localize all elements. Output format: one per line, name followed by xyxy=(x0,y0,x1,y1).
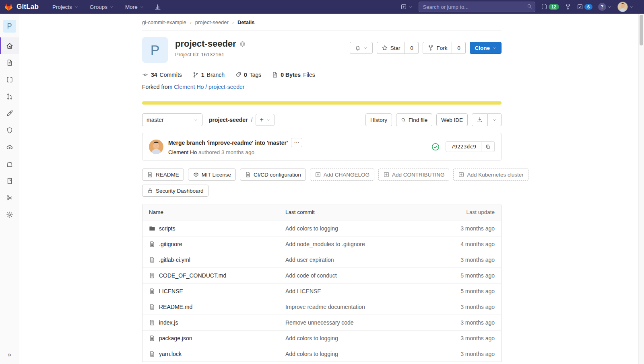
file-name: index.js xyxy=(159,319,178,326)
gitlab-logo[interactable]: GitLab xyxy=(4,2,39,12)
file-icon xyxy=(149,335,155,341)
file-name: yarn.lock xyxy=(159,351,182,357)
commit-message-link[interactable]: Add colors to logging xyxy=(285,225,422,232)
chevron-down-icon xyxy=(109,5,114,9)
file-tree-table: Name Last commit Last update scripts Add… xyxy=(142,204,502,362)
search-icon xyxy=(401,117,406,123)
page-scrollbar xyxy=(638,14,644,364)
todos-count-badge: 6 xyxy=(584,4,592,10)
scrollbar-thumb[interactable] xyxy=(640,15,643,45)
add-contributing-button[interactable]: Add CONTRIBUTING xyxy=(378,169,450,181)
download-options-button[interactable] xyxy=(488,113,502,126)
path-root-link[interactable]: project-seeder xyxy=(209,117,248,123)
file-icon xyxy=(149,257,155,263)
notification-settings-button[interactable] xyxy=(350,42,373,54)
tag-icon xyxy=(235,72,242,78)
commit-message-link[interactable]: Add user expiration xyxy=(285,257,422,263)
add-changelog-button[interactable]: Add CHANGELOG xyxy=(310,169,374,181)
todos-indicator[interactable]: 6 xyxy=(577,4,592,10)
stat-files[interactable]: 0 Bytes Files xyxy=(272,72,315,78)
analytics-chart-icon[interactable] xyxy=(151,4,165,10)
sidebar-item-wiki[interactable] xyxy=(0,173,19,189)
add-kubernetes-cluster-button[interactable]: Add Kubernetes cluster xyxy=(453,169,528,181)
download-button[interactable] xyxy=(472,113,488,126)
license-button[interactable]: MIT License xyxy=(188,169,236,181)
home-icon xyxy=(6,42,13,49)
global-search xyxy=(419,2,535,12)
commit-ellipsis-button[interactable]: ⋯ xyxy=(291,138,302,147)
commit-message-link[interactable]: Remove unnecessary code xyxy=(285,319,422,326)
history-button[interactable]: History xyxy=(365,113,392,126)
clone-button[interactable]: Clone xyxy=(470,42,502,54)
issues-indicator[interactable]: 12 xyxy=(541,4,559,10)
file-icon xyxy=(149,272,155,279)
fork-button[interactable]: Fork xyxy=(423,42,452,54)
nav-menu-projects[interactable]: Projects xyxy=(47,0,83,14)
nav-menu-groups[interactable]: Groups xyxy=(85,0,119,14)
forked-from-link[interactable]: Clement Ho / project-seeder xyxy=(174,84,244,90)
add-file-dropdown[interactable]: + xyxy=(256,114,274,126)
stat-commits[interactable]: 34 Commits xyxy=(142,72,182,78)
sidebar-item-project-overview[interactable] xyxy=(0,37,19,54)
gitlab-tanuki-icon xyxy=(4,2,13,12)
readme-button[interactable]: README xyxy=(142,169,184,181)
breadcrumb-group[interactable]: gl-commit-example xyxy=(142,19,186,25)
file-icon xyxy=(149,351,155,357)
sidebar-item-operations[interactable] xyxy=(0,139,19,156)
project-shortcut-buttons: README MIT License CI/CD configuration A… xyxy=(142,169,502,197)
sidebar-item-ci-cd[interactable] xyxy=(0,105,19,122)
scale-balance-icon xyxy=(193,171,199,178)
sidebar-item-settings[interactable] xyxy=(0,206,19,223)
nav-menu-more[interactable]: More xyxy=(120,0,149,14)
file-name: README.md xyxy=(159,304,192,310)
search-input[interactable] xyxy=(419,2,535,12)
help-icon: ? xyxy=(598,3,606,11)
table-row: LICENSE Add LICENSE 5 months ago xyxy=(142,283,501,299)
sidebar-item-security[interactable] xyxy=(0,122,19,139)
branch-selector[interactable]: master xyxy=(142,113,202,126)
stat-tags[interactable]: 0 Tags xyxy=(235,72,261,78)
pipeline-success-icon[interactable] xyxy=(431,142,440,151)
sidebar-item-repository[interactable] xyxy=(0,54,19,71)
commit-message-link[interactable]: Improve readme documentation xyxy=(285,304,422,310)
chevron-down-icon xyxy=(607,5,612,9)
cicd-configuration-button[interactable]: CI/CD configuration xyxy=(240,169,306,181)
last-update: 5 months ago xyxy=(422,272,495,279)
breadcrumb-project[interactable]: project-seeder xyxy=(195,19,229,25)
commit-message-link[interactable]: Add colors to logging xyxy=(285,351,422,357)
security-dashboard-button[interactable]: Security Dashboard xyxy=(142,185,208,197)
commit-message-link[interactable]: Add code of conduct xyxy=(285,272,422,279)
user-menu[interactable] xyxy=(617,2,634,12)
sidebar-item-merge-requests[interactable] xyxy=(0,88,19,105)
sidebar-project-avatar[interactable]: P xyxy=(3,20,16,33)
breadcrumb-separator: › xyxy=(190,20,192,25)
commit-message-link[interactable]: Add node_modules to .gitignore xyxy=(285,241,422,247)
project-stats: 34 Commits 1 Branch 0 Tags 0 Bytes Files xyxy=(142,72,502,78)
help-dropdown[interactable]: ? xyxy=(598,3,612,11)
fork-count[interactable]: 0 xyxy=(452,42,466,54)
find-file-button[interactable]: Find file xyxy=(396,113,432,126)
new-item-dropdown[interactable] xyxy=(400,4,413,10)
last-update: 3 months ago xyxy=(422,225,495,232)
sidebar-item-issues[interactable] xyxy=(0,71,19,88)
cloud-gear-icon xyxy=(6,144,13,151)
merge-requests-indicator[interactable] xyxy=(565,4,571,10)
copy-sha-button[interactable] xyxy=(481,141,495,152)
commit-message-link[interactable]: Add colors to logging xyxy=(285,335,422,341)
table-row: index.js Remove unnecessary code 3 month… xyxy=(142,315,501,330)
stat-branches[interactable]: 1 Branch xyxy=(192,72,225,78)
sidebar-item-packages[interactable] xyxy=(0,156,19,173)
search-icon xyxy=(527,4,532,9)
file-icon xyxy=(149,304,155,310)
sidebar-item-snippets[interactable] xyxy=(0,189,19,206)
commit-author-link[interactable]: Clement Ho xyxy=(168,149,197,155)
commit-title-link[interactable]: Merge branch 'improve-readme' into 'mast… xyxy=(168,140,288,146)
commit-author-avatar[interactable] xyxy=(149,140,163,154)
star-count[interactable]: 0 xyxy=(405,42,419,54)
sidebar-collapse-button[interactable]: » xyxy=(0,345,19,364)
commit-message-link[interactable]: Add LICENSE xyxy=(285,288,422,294)
chevron-down-icon xyxy=(266,118,270,122)
file-name: .gitignore xyxy=(159,241,182,247)
star-button[interactable]: Star xyxy=(377,42,405,54)
web-ide-button[interactable]: Web IDE xyxy=(436,113,468,126)
